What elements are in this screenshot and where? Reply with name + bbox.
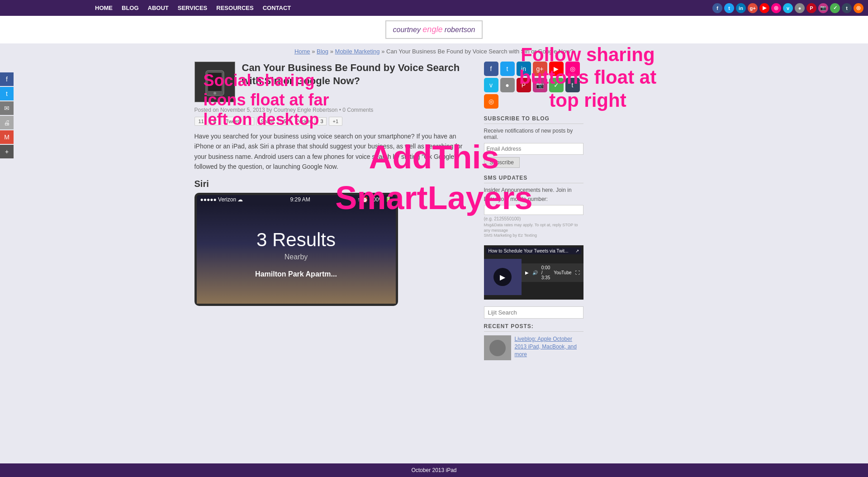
recent-post-link[interactable]: Liveblog: Apple October 2013 iPad, MacBo… <box>515 335 583 358</box>
article-meta: Posted on November 5, 2013 by Courtney E… <box>194 107 475 113</box>
subscribe-description: Receive notifications of new posts by em… <box>484 128 583 140</box>
follow-unknown-icon[interactable]: ● <box>500 78 515 92</box>
subscribe-button[interactable]: Subscribe <box>484 157 520 168</box>
play-pause-icon[interactable]: ▶ <box>525 270 529 275</box>
header-unknown-icon[interactable]: ● <box>795 3 805 13</box>
main-container: Social sharing icons float at far left o… <box>185 57 683 372</box>
follow-linkedin-icon[interactable]: in <box>517 62 531 76</box>
left-email-button[interactable]: ✉ <box>0 101 14 115</box>
video-container[interactable]: How to Schedule Your Tweets via Twit... … <box>484 245 583 300</box>
breadcrumb-home[interactable]: Home <box>294 48 310 55</box>
site-logo[interactable]: courtney engle robertson <box>385 20 483 39</box>
header-tumblr-icon[interactable]: t <box>842 3 852 13</box>
header-pinterest-icon[interactable]: P <box>806 3 816 13</box>
result-item: Hamilton Park Apartm... <box>255 270 337 278</box>
breadcrumb-sep1: » <box>312 48 317 55</box>
left-twitter-button[interactable]: t <box>0 87 14 100</box>
sms-marketing-link[interactable]: SMS Marketing <box>484 233 512 238</box>
volume-icon[interactable]: 🔊 <box>532 270 538 275</box>
article-intro: Have you searched for your business usin… <box>194 131 475 172</box>
left-more-button[interactable]: + <box>0 145 14 158</box>
header-flickr-icon[interactable]: ◎ <box>771 3 781 13</box>
header-social-icons: f t in g+ ▶ ◎ v ● P 📷 ✓ t ◎ <box>712 3 863 13</box>
tweet-button[interactable]: Tweet <box>222 117 243 126</box>
left-print-button[interactable]: 🖨 <box>0 116 14 129</box>
breadcrumb-sep2: » <box>330 48 335 55</box>
email-field[interactable] <box>484 143 583 155</box>
follow-instagram-icon[interactable]: 📷 <box>533 78 547 92</box>
play-button[interactable]: ▶ <box>493 268 512 286</box>
nearby-label: Nearby <box>285 253 308 261</box>
header-google-plus-icon[interactable]: g+ <box>748 3 758 13</box>
facebook-share-button[interactable]: Share <box>256 117 278 126</box>
nav-home[interactable]: HOME <box>95 5 113 11</box>
breadcrumb-blog[interactable]: Blog <box>317 48 328 55</box>
breadcrumb: Home » Blog » Mobile Marketing » Can You… <box>0 43 868 57</box>
tweet-count: 1 <box>245 117 254 125</box>
breadcrumb-category[interactable]: Mobile Marketing <box>335 48 380 55</box>
follow-tumblr-icon[interactable]: t <box>565 78 580 92</box>
article-thumbnail <box>194 62 235 102</box>
sms-label: Enter your mobile number: <box>484 196 583 202</box>
search-input[interactable] <box>484 306 583 319</box>
breadcrumb-sep3: » <box>381 48 386 55</box>
sms-phone-input[interactable] <box>484 205 583 215</box>
sms-description: Insider Announcements here. Join in <box>484 187 583 193</box>
follow-facebook-icon[interactable]: f <box>484 62 498 76</box>
results-count: 3 Results <box>256 229 336 251</box>
svg-rect-2 <box>208 73 222 91</box>
header-vimeo-icon[interactable]: v <box>783 3 793 13</box>
header-facebook-icon[interactable]: f <box>712 3 722 13</box>
recent-post-thumbnail <box>484 335 511 360</box>
header-rss-icon[interactable]: ◎ <box>854 3 863 13</box>
plus-one-button[interactable]: +1 <box>329 117 343 126</box>
list-item: Liveblog: Apple October 2013 iPad, MacBo… <box>484 335 583 360</box>
addthis-button[interactable]: 11 <box>194 117 208 126</box>
bottom-text: October 2013 iPad <box>411 467 456 473</box>
header-twitter-icon[interactable]: t <box>724 3 734 13</box>
header-instagram-icon[interactable]: 📷 <box>818 3 828 13</box>
pocket-count: 3 <box>317 117 326 125</box>
facebook-share-count: 5 <box>280 117 289 125</box>
header-linkedin-icon[interactable]: in <box>736 3 746 13</box>
left-gmail-button[interactable]: M <box>0 130 14 144</box>
site-header: HOME BLOG ABOUT SERVICES RESOURCES CONTA… <box>0 0 868 16</box>
breadcrumb-current: Can Your Business Be Found by Voice Sear… <box>386 48 574 55</box>
nav-resources[interactable]: RESOURCES <box>216 5 253 11</box>
pocket-button[interactable]: Pocket <box>292 117 315 126</box>
subscribe-section: SUBSCRIBE TO BLOG Receive notifications … <box>484 115 583 168</box>
left-facebook-button[interactable]: f <box>0 72 14 86</box>
video-preview[interactable]: ▶ <box>484 259 522 295</box>
follow-vimeo-icon[interactable]: v <box>484 78 498 92</box>
phone-status-bar: ●●●●● Verizon ☁ 9:29 AM ↑ ⏰ 100% 🔋 <box>197 195 396 204</box>
follow-check-icon[interactable]: ✓ <box>549 78 564 92</box>
phone-screen: 3 Results Nearby Hamilton Park Apartm... <box>197 204 396 304</box>
follow-rss-icon[interactable]: ◎ <box>484 94 498 109</box>
svg-point-3 <box>213 92 216 95</box>
logo-robertson: robertson <box>442 26 475 33</box>
phone-time: 9:29 AM <box>290 196 310 203</box>
nav-contact[interactable]: CONTACT <box>263 5 291 11</box>
follow-twitter-icon[interactable]: t <box>500 62 515 76</box>
sidebar: f t in g+ ▶ ◎ v ● P 📷 ✓ t ◎ SUBSCRIBE TO… <box>484 62 583 367</box>
header-youtube-icon[interactable]: ▶ <box>759 3 769 13</box>
sms-title: SMS UPDATES <box>484 175 583 183</box>
sms-link[interactable]: SMS Marketing by Ez Texting <box>484 233 583 238</box>
siri-heading: Siri <box>194 179 475 189</box>
phone-mockup: ●●●●● Verizon ☁ 9:29 AM ↑ ⏰ 100% 🔋 3 Res… <box>194 193 398 306</box>
video-title: How to Schedule Your Tweets via Twit... <box>489 248 569 253</box>
follow-youtube-icon[interactable]: ▶ <box>549 62 564 76</box>
fullscreen-icon[interactable]: ⛶ <box>575 270 580 275</box>
nav-about[interactable]: ABOUT <box>148 5 169 11</box>
sms-link-by: by Ez Texting <box>513 233 537 238</box>
follow-flickr-icon[interactable]: ◎ <box>565 62 580 76</box>
follow-pinterest-icon[interactable]: P <box>517 78 531 92</box>
header-check-icon[interactable]: ✓ <box>830 3 840 13</box>
article-header: Can Your Business Be Found by Voice Sear… <box>194 62 475 102</box>
nav-services[interactable]: SERVICES <box>178 5 208 11</box>
nav-blog[interactable]: BLOG <box>122 5 139 11</box>
follow-google-plus-icon[interactable]: g+ <box>533 62 547 76</box>
video-share-icon[interactable]: ↗ <box>575 248 579 253</box>
content-area: Can Your Business Be Found by Voice Sear… <box>194 62 475 367</box>
sms-legal: Msg&Data rates may apply. To opt at, rep… <box>484 223 583 233</box>
